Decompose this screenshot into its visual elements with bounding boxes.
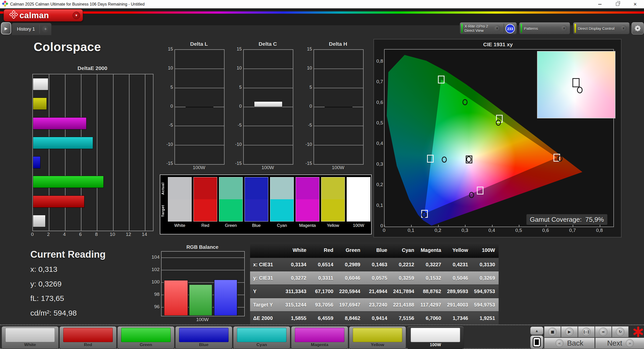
swatch-label: Blue — [245, 223, 268, 228]
table-cell: 1,5855 — [283, 312, 310, 325]
settings-button[interactable] — [632, 22, 644, 34]
meter-name: X-Rite i1Pro 2 — [464, 24, 488, 28]
axis-tick-label: 104 — [151, 254, 160, 260]
cie-measured-magenta — [469, 192, 474, 198]
tab-history-1[interactable]: History 1 — [12, 27, 39, 32]
table-cell: 67,1700 — [310, 285, 337, 298]
table-cell: 0,1532 — [418, 271, 445, 285]
axis-tick-label: 0,1 — [376, 203, 383, 208]
refresh-button[interactable]: ↻ — [612, 326, 629, 337]
pattern-button-label: Green — [118, 342, 174, 347]
display-control-label: Direct Display Control — [578, 26, 614, 31]
meter-count-badge: 233 — [505, 24, 515, 33]
axis-tick-label: 10 — [168, 66, 173, 71]
table-header-cell: Magenta — [418, 243, 445, 258]
delta-bar — [186, 107, 213, 107]
actual-swatch — [219, 177, 242, 199]
pattern-button-label: 100W — [407, 342, 464, 347]
table-cell: 0,4231 — [445, 258, 472, 271]
cie-measured-cyan — [442, 157, 447, 163]
gridline — [162, 270, 244, 270]
display-control-dropdown[interactable]: Direct Display Control ▼ — [573, 22, 630, 34]
delta-l-y-axis: 151050-5-10-15 — [162, 49, 173, 164]
stop-button[interactable]: ■ — [544, 326, 561, 337]
swatch-pair — [296, 177, 319, 222]
pattern-button-blue[interactable]: Blue — [175, 326, 232, 349]
axis-tick — [411, 225, 412, 227]
measurement-table: WhiteRedGreenBlueCyanMagentaYellow100Wx:… — [250, 243, 499, 325]
close-icon: × — [634, 2, 637, 7]
pattern-button-label: Magenta — [291, 342, 348, 347]
swatch-pair — [270, 177, 294, 222]
page-title: Colorspace — [34, 40, 101, 54]
actual-swatch — [321, 177, 345, 199]
next-button[interactable]: Next » — [595, 338, 644, 349]
actual-label: Actual — [161, 178, 166, 200]
axis-tick-label: 2 — [47, 232, 50, 237]
calman-menu-button[interactable]: calman ▼ — [4, 9, 83, 21]
table-row: Target Y315,124493,7056197,694723,724022… — [250, 298, 499, 311]
table-header-cell: 100W — [472, 243, 499, 258]
target-swatch — [168, 199, 191, 221]
table-cell: 21,4944 — [364, 285, 391, 298]
table-cell: 1,7346 — [445, 312, 472, 325]
target-swatch — [296, 199, 319, 221]
pattern-button-label: White — [2, 342, 58, 347]
expand-panel-button[interactable]: ▲ — [530, 326, 543, 335]
cie-measured-green — [462, 99, 468, 105]
axis-tick-label: 0,2 — [376, 182, 383, 187]
gridline — [314, 88, 363, 88]
minimize-button[interactable] — [591, 0, 609, 8]
axis-tick-label: 0 — [170, 104, 173, 109]
pattern-button-magenta[interactable]: Magenta — [291, 326, 348, 349]
swatch-label: White — [168, 223, 192, 228]
add-tab-button[interactable]: + — [40, 25, 51, 33]
actual-swatch — [194, 177, 217, 199]
meter-dropdown[interactable]: X-Rite i1Pro 2 Direct View ▼ 233 — [460, 22, 517, 34]
axis-tick-label: -15 — [305, 161, 312, 166]
target-swatch — [347, 199, 370, 221]
axis-tick-label: -5 — [308, 123, 312, 128]
restore-button[interactable] — [609, 0, 626, 8]
axis-tick-label: 0 — [309, 104, 312, 109]
table-cell: 0,6046 — [337, 271, 364, 285]
pattern-button-cyan[interactable]: Cyan — [233, 326, 290, 349]
gridline — [113, 74, 114, 231]
axis-tick — [438, 225, 439, 227]
continuous-measure-button[interactable]: ∞ — [595, 326, 612, 337]
pattern-button-100w[interactable]: 100W — [407, 326, 464, 349]
delta-h-chart — [314, 49, 364, 165]
white-measured-marker — [577, 87, 583, 93]
pattern-button-yellow[interactable]: Yellow — [349, 326, 406, 349]
table-cell: 0,5046 — [445, 271, 472, 285]
pattern-swatch — [295, 328, 344, 342]
axis-tick — [384, 225, 385, 227]
table-cell: 7,5156 — [391, 312, 418, 325]
chevron-up-icon: ▲ — [535, 329, 539, 333]
gamut-coverage-label: Gamut Coverage: — [530, 216, 582, 224]
axis-tick-label: 0,7 — [376, 79, 383, 84]
axis-tick-label: -10 — [235, 142, 242, 147]
display-pattern-button[interactable] — [530, 335, 543, 349]
pattern-size-button[interactable]: [··] — [578, 326, 595, 337]
play-button[interactable]: ▶ — [561, 326, 578, 337]
patterns-dropdown[interactable]: Patterns ▼ — [519, 22, 570, 34]
back-button[interactable]: « Back — [544, 338, 595, 349]
gamut-coverage-badge: Gamut Coverage: 75,9% — [526, 214, 607, 225]
deltae-bar-green — [33, 176, 104, 188]
table-cell: 289,9593 — [445, 285, 472, 298]
history-expand-button[interactable]: ▶ — [1, 22, 11, 34]
table-cell: 0,3269 — [472, 271, 499, 285]
back-label: Back — [567, 339, 583, 347]
swatch-pair — [168, 177, 192, 222]
pattern-button-red[interactable]: Red — [59, 326, 117, 349]
window-controls: × — [591, 0, 644, 8]
refresh-icon: ↻ — [616, 328, 625, 336]
table-cell: 291,4003 — [445, 298, 472, 311]
pattern-button-white[interactable]: White — [2, 326, 59, 349]
pattern-button-green[interactable]: Green — [117, 326, 174, 349]
actual-swatch — [245, 177, 268, 199]
axis-tick-label: 6 — [79, 232, 82, 237]
close-button[interactable]: × — [626, 0, 644, 8]
axis-tick-label: 14 — [142, 232, 147, 237]
